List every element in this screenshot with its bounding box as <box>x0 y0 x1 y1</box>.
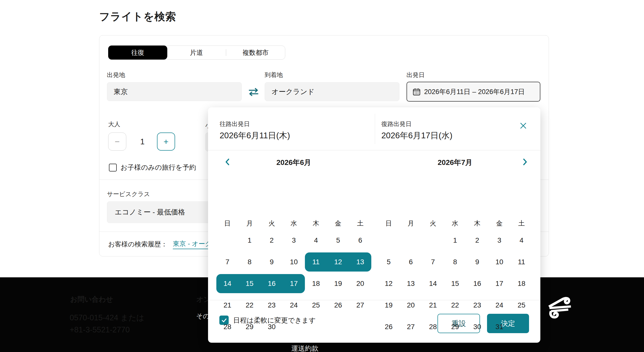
calendar-day[interactable]: 7 <box>216 251 238 273</box>
child-only-checkbox[interactable] <box>109 164 117 171</box>
calendar-day[interactable]: 19 <box>378 294 400 316</box>
calendar-empty-cell <box>400 230 422 251</box>
calendar-day[interactable]: 26 <box>327 294 349 316</box>
calendar-day[interactable]: 18 <box>510 273 533 294</box>
tab-one-way[interactable]: 片道 <box>167 46 226 59</box>
calendar-day[interactable]: 3 <box>283 230 305 251</box>
close-icon <box>519 122 527 129</box>
footer-phone-number-2: +81-3-5521-2770 <box>70 325 130 334</box>
calendar-day[interactable]: 22 <box>444 294 466 316</box>
swap-route-button[interactable] <box>247 85 260 99</box>
calendar-day[interactable]: 15 <box>238 273 261 294</box>
calendar-day[interactable]: 1 <box>238 230 261 251</box>
date-range-button[interactable]: 2026年6月11日 – 2026年6月17日 <box>407 82 540 102</box>
calendar-day[interactable]: 19 <box>327 273 349 294</box>
chevron-right-icon <box>522 158 528 166</box>
calendar-day[interactable]: 13 <box>349 251 371 273</box>
origin-label: 出発地 <box>107 71 125 79</box>
calendar-day[interactable]: 23 <box>466 294 488 316</box>
calendar-day[interactable]: 15 <box>444 273 466 294</box>
calendar-day[interactable]: 25 <box>305 294 327 316</box>
calendar-day[interactable]: 11 <box>305 251 327 273</box>
calendar-day[interactable]: 14 <box>216 273 238 294</box>
calendar-day[interactable]: 9 <box>261 251 283 273</box>
header-vertical-divider <box>375 114 375 144</box>
calendar-day[interactable]: 18 <box>305 273 327 294</box>
calendar-day[interactable]: 10 <box>283 251 305 273</box>
calendar-empty-cell <box>216 230 238 251</box>
calendar-day[interactable]: 8 <box>444 251 466 273</box>
calendar-day[interactable]: 9 <box>466 251 488 273</box>
calendar-empty-cell <box>327 316 349 338</box>
weekday-label: 金 <box>327 218 349 228</box>
calendar-day[interactable]: 12 <box>327 251 349 273</box>
calendar-day[interactable]: 22 <box>238 294 261 316</box>
tab-round-trip[interactable]: 往復 <box>108 46 167 60</box>
calendar-day[interactable]: 2 <box>466 230 488 251</box>
adults-increment-button[interactable]: + <box>157 133 175 151</box>
calendar-day[interactable]: 27 <box>400 316 422 338</box>
footer-divider <box>208 300 540 300</box>
calendar-day[interactable]: 1 <box>444 230 466 251</box>
calendar-day[interactable]: 24 <box>488 294 510 316</box>
weekday-row: 日月火水木金土 <box>216 218 371 228</box>
footer-online-link[interactable]: その <box>196 312 210 321</box>
footer-contact-heading: お問い合わせ <box>70 295 113 304</box>
search-history-label: お客様の検索履歴： <box>108 240 167 249</box>
calendar-day[interactable]: 6 <box>349 230 371 251</box>
date-picker-modal: 往路出発日 2026年6月11日(木) 復路出発日 2026年6月17日(水) … <box>208 107 540 343</box>
calendar-day[interactable]: 17 <box>488 273 510 294</box>
calendar-day[interactable]: 17 <box>283 273 305 294</box>
adults-count: 1 <box>135 137 150 146</box>
calendar-day[interactable]: 2 <box>261 230 283 251</box>
weekday-label: 土 <box>349 218 371 228</box>
calendar-month-july: 2026年7月 日月火水木金土 123456789101112131415161… <box>378 150 533 300</box>
destination-input[interactable]: オークランド <box>265 82 399 101</box>
next-month-button[interactable] <box>519 157 531 167</box>
calendar-day[interactable]: 26 <box>378 316 400 338</box>
calendar-day[interactable]: 8 <box>238 251 261 273</box>
calendar-day[interactable]: 13 <box>400 273 422 294</box>
calendar-day[interactable]: 3 <box>488 230 510 251</box>
calendar-empty-cell <box>349 316 371 338</box>
origin-input[interactable]: 東京 <box>107 82 242 101</box>
calendar-day[interactable]: 5 <box>327 230 349 251</box>
calendar-day[interactable]: 7 <box>422 251 444 273</box>
weekday-label: 日 <box>378 218 400 228</box>
search-history-link[interactable]: 東京 - オーク <box>173 239 212 249</box>
calendar-day[interactable]: 12 <box>378 273 400 294</box>
calendar-day[interactable]: 10 <box>488 251 510 273</box>
calendar-day[interactable]: 24 <box>283 294 305 316</box>
weekday-label: 木 <box>466 218 488 228</box>
confirm-button[interactable]: 決定 <box>487 314 529 333</box>
weekday-row: 日月火水木金土 <box>378 218 533 228</box>
calendar-day[interactable]: 20 <box>349 273 371 294</box>
calendar-day[interactable]: 6 <box>400 251 422 273</box>
outbound-date-label: 往路出発日 <box>220 120 250 128</box>
conditions-of-carriage-link[interactable]: 運送約款 <box>291 344 318 352</box>
calendar-day[interactable]: 5 <box>378 251 400 273</box>
calendar-day[interactable]: 25 <box>510 294 533 316</box>
date-range-value: 2026年6月11日 – 2026年6月17日 <box>424 87 525 96</box>
tab-multi-city[interactable]: 複数都市 <box>226 46 285 59</box>
calendar-day[interactable]: 11 <box>510 251 533 273</box>
calendar-day[interactable]: 21 <box>216 294 238 316</box>
adults-decrement-button[interactable]: − <box>108 133 126 151</box>
calendar-day[interactable]: 27 <box>349 294 371 316</box>
close-button[interactable] <box>517 119 530 132</box>
calendar-day[interactable]: 4 <box>510 230 533 251</box>
calendar-day[interactable]: 23 <box>261 294 283 316</box>
month-title: 2026年6月 <box>216 158 371 168</box>
checkmark-icon <box>221 317 227 323</box>
calendar-day[interactable]: 16 <box>466 273 488 294</box>
weekday-label: 火 <box>422 218 444 228</box>
calendar-day[interactable]: 20 <box>400 294 422 316</box>
calendar-month-june: 2026年6月 日月火水木金土 123456789101112131415161… <box>216 150 371 300</box>
child-only-row: お子様のみの旅行を予約 <box>109 163 196 172</box>
outbound-date-value: 2026年6月11日(木) <box>220 130 290 141</box>
calendar-day[interactable]: 16 <box>261 273 283 294</box>
calendar-day[interactable]: 14 <box>422 273 444 294</box>
calendar-day[interactable]: 21 <box>422 294 444 316</box>
weekday-label: 水 <box>444 218 466 228</box>
calendar-day[interactable]: 4 <box>305 230 327 251</box>
